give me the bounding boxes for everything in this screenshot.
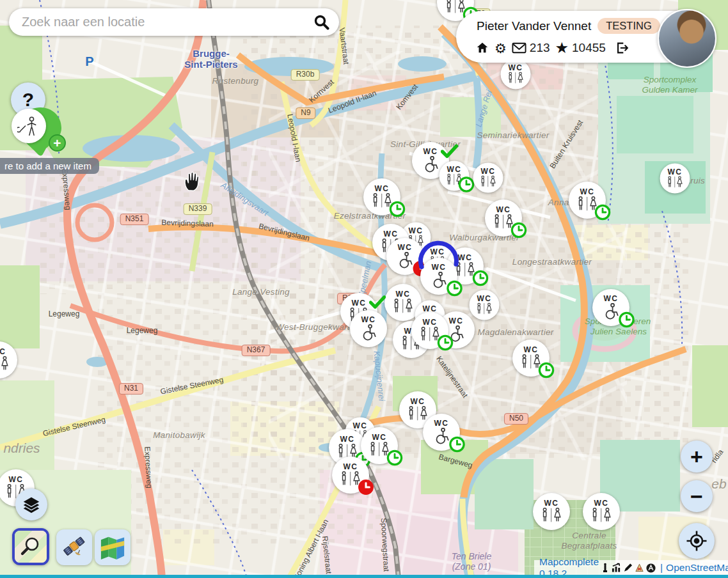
- clock-green-badge: [389, 201, 406, 217]
- toilet-pin[interactable]: WC: [361, 427, 398, 464]
- search-input[interactable]: [20, 14, 313, 30]
- star-count: 10455: [572, 41, 606, 55]
- clock-green-badge: [437, 334, 454, 351]
- toilet-pin[interactable]: WC: [533, 493, 570, 530]
- pin-wc-label: WC: [0, 348, 6, 355]
- toilet-pin[interactable]: WC: [332, 457, 369, 494]
- background-aerial-button[interactable]: [56, 529, 92, 565]
- openstreetmap-link[interactable]: OpenStreetMap: [666, 562, 728, 574]
- check-badge: [441, 143, 457, 160]
- pin-wc-label: WC: [375, 185, 390, 192]
- pin-wc-label: WC: [384, 230, 399, 238]
- statistics-icon[interactable]: [612, 563, 621, 573]
- clock-green-badge: [538, 362, 555, 379]
- home-icon[interactable]: [475, 41, 489, 55]
- toilet-pin[interactable]: WC: [485, 199, 522, 237]
- search-icon[interactable]: [313, 14, 330, 31]
- pin-wc-label: WC: [372, 434, 387, 441]
- pin-wc-label: WC: [524, 346, 539, 354]
- zoom-in-button[interactable]: +: [681, 441, 713, 473]
- pin-wc-label: WC: [434, 419, 449, 427]
- pin-wc-label: WC: [423, 318, 438, 326]
- layers-icon: [22, 495, 40, 514]
- community-icon[interactable]: [646, 563, 656, 573]
- toilet-pin[interactable]: WC: [386, 238, 423, 275]
- toilet-pin[interactable]: WC: [592, 289, 629, 326]
- background-osm-carto-button[interactable]: [12, 528, 49, 565]
- mapcomplete-app: Brugge- Sint-PietersRustenburgPVaartstra…: [0, 0, 728, 578]
- layers-button[interactable]: [15, 488, 47, 520]
- pin-wc-label: WC: [544, 499, 559, 507]
- toilet-pin[interactable]: WC: [411, 312, 448, 349]
- pin-wc-label: WC: [398, 244, 413, 251]
- pin-wc-label: WC: [447, 166, 462, 173]
- clock-green-badge: [448, 436, 465, 453]
- toilet-pin[interactable]: WC: [473, 163, 503, 193]
- attribution-bar: Mapcomplete 0.18.2 | OpenStreetMap: [534, 560, 728, 575]
- user-avatar[interactable]: [658, 9, 716, 68]
- background-map-button[interactable]: [95, 529, 131, 565]
- pin-wc-label: WC: [580, 188, 595, 196]
- pin-wc-label: WC: [432, 263, 447, 271]
- magnifier-icon: [20, 536, 42, 558]
- user-name[interactable]: Pieter Vander Vennet: [477, 19, 591, 33]
- pin-wc-label: WC: [340, 435, 355, 443]
- folded-map-icon: [100, 535, 125, 559]
- zoom-out-button[interactable]: −: [681, 480, 713, 512]
- settings-gear-icon[interactable]: ⚙: [495, 42, 507, 55]
- add-plus-icon[interactable]: +: [49, 134, 66, 152]
- toilet-pin[interactable]: WC: [569, 182, 606, 219]
- pin-wc-label: WC: [344, 463, 358, 471]
- clock-green-badge: [510, 222, 527, 238]
- bottom-accent-bar: [0, 575, 728, 578]
- toilet-pin[interactable]: WC: [350, 310, 387, 347]
- clock-green-badge: [472, 270, 489, 286]
- check-badge: [369, 294, 386, 311]
- pin-wc-label: WC: [396, 290, 411, 298]
- toilet-pin[interactable]: WC: [583, 493, 620, 530]
- clock-green-badge: [618, 311, 635, 328]
- edit-pencil-icon[interactable]: [623, 563, 633, 573]
- clock-red-badge: [358, 479, 374, 496]
- message-count: 213: [530, 41, 550, 55]
- geolocate-button[interactable]: [679, 523, 715, 559]
- pin-wc-label: WC: [481, 168, 496, 175]
- pin-wc-label: WC: [496, 206, 511, 214]
- add-item-icon[interactable]: [12, 109, 46, 143]
- crosshair-icon: [686, 530, 708, 552]
- pin-wc-label: WC: [604, 295, 619, 302]
- theme-flag-icon[interactable]: [635, 563, 644, 573]
- logout-icon[interactable]: [615, 41, 629, 55]
- search-bar: [9, 8, 339, 36]
- toilet-pin[interactable]: WC: [439, 161, 470, 191]
- toilet-pin[interactable]: WC: [470, 290, 500, 320]
- pin-wc-label: WC: [509, 64, 523, 72]
- satellite-icon: [61, 535, 87, 560]
- toilet-pin[interactable]: WC: [363, 178, 400, 215]
- pin-wc-label: WC: [458, 254, 473, 262]
- pin-wc-label: WC: [352, 299, 367, 307]
- clock-green-badge: [386, 449, 403, 466]
- pin-wc-label: WC: [449, 317, 464, 325]
- toilet-pin[interactable]: WC: [512, 340, 550, 377]
- pin-wc-label: WC: [9, 476, 24, 483]
- pin-wc-label: WC: [423, 305, 438, 313]
- toilet-pin[interactable]: WC: [660, 164, 690, 194]
- clock-green-badge: [446, 280, 463, 297]
- pin-wc-label: WC: [668, 168, 683, 176]
- pin-wc-label: WC: [411, 398, 425, 405]
- toilet-pin[interactable]: WC: [420, 258, 457, 295]
- toilet-pin[interactable]: WC: [501, 59, 531, 90]
- testing-badge: TESTING: [597, 18, 660, 34]
- star-icon: ★: [555, 40, 569, 56]
- pin-wc-label: WC: [353, 422, 368, 430]
- statue-icon[interactable]: [601, 563, 610, 573]
- toilet-pin[interactable]: WC: [423, 414, 460, 451]
- add-item-tooltip: re to add a new item: [0, 158, 99, 174]
- clock-green-badge: [458, 176, 475, 193]
- pin-wc-label: WC: [361, 316, 376, 324]
- pin-wc-label: WC: [594, 499, 609, 507]
- pin-wc-label: WC: [409, 227, 423, 235]
- pin-wc-label: WC: [423, 148, 438, 155]
- messages-envelope-icon[interactable]: [512, 42, 526, 54]
